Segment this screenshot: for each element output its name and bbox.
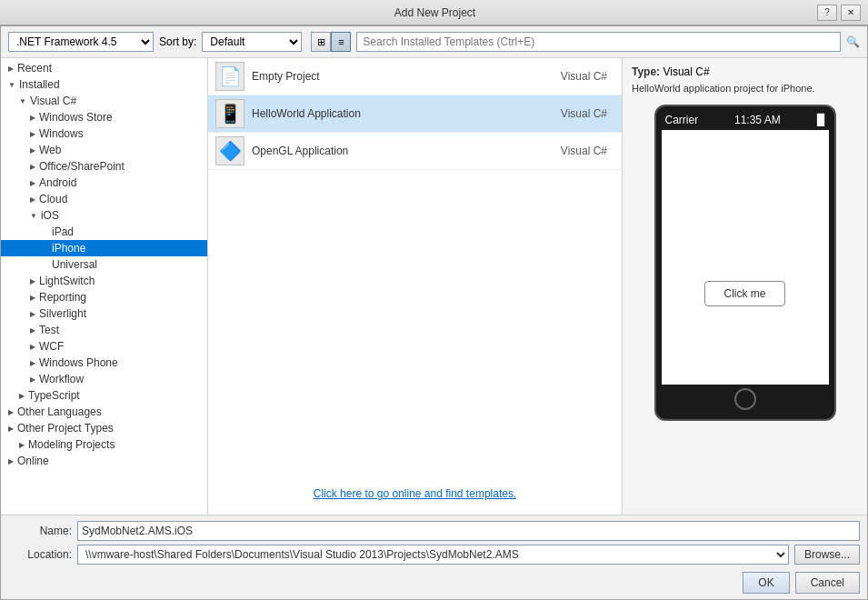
sidebar-label: LightSwitch (39, 275, 95, 287)
sidebar-item-windows-store[interactable]: ▶Windows Store (1, 109, 207, 125)
project-type: Visual C# (534, 70, 607, 83)
sidebar-item-installed[interactable]: ▼Installed (1, 76, 207, 93)
sidebar-item-reporting[interactable]: ▶Reporting (1, 289, 207, 305)
project-type: Visual C# (534, 107, 607, 120)
grid-view-button[interactable]: ⊞ (311, 32, 331, 52)
sidebar-item-lightswitch[interactable]: ▶LightSwitch (1, 273, 207, 289)
expand-icon: ▶ (19, 392, 25, 400)
location-row: Location: \\vmware-host\Shared Folders\D… (8, 545, 860, 565)
phone-click-me-button: Click me (704, 281, 784, 306)
view-toggle: ⊞ ≡ (311, 32, 351, 52)
expand-icon: ▶ (30, 375, 35, 384)
project-list: 📄Empty ProjectVisual C#📱HelloWorld Appli… (208, 58, 622, 473)
close-button[interactable]: ✕ (841, 5, 861, 21)
sidebar-item-windows[interactable]: ▶Windows (1, 125, 207, 142)
help-button[interactable]: ? (817, 5, 837, 21)
sidebar-item-workflow[interactable]: ▶Workflow (1, 371, 207, 387)
expand-icon: ▶ (8, 408, 14, 416)
type-row: Type: Visual C# (632, 65, 858, 78)
sidebar-item-web[interactable]: ▶Web (1, 142, 207, 158)
sidebar-item-wcf[interactable]: ▶WCF (1, 338, 207, 355)
toolbar: .NET Framework 4.5 Sort by: Default ⊞ ≡ … (1, 26, 867, 58)
sidebar-item-windows-phone[interactable]: ▶Windows Phone (1, 355, 207, 371)
project-list-panel: 📄Empty ProjectVisual C#📱HelloWorld Appli… (208, 58, 622, 515)
framework-select[interactable]: .NET Framework 4.5 (8, 32, 154, 52)
expand-icon: ▶ (8, 457, 14, 465)
sidebar-item-other-languages[interactable]: ▶Other Languages (1, 404, 207, 420)
sidebar-item-ios[interactable]: ▼iOS (1, 207, 207, 224)
project-item[interactable]: 📄Empty ProjectVisual C# (208, 58, 622, 95)
project-type: Visual C# (534, 145, 607, 157)
location-label: Location: (8, 548, 72, 561)
sidebar-item-iphone[interactable]: iPhone (1, 240, 207, 256)
expand-icon: ▶ (30, 343, 35, 351)
phone-preview: Carrier 11:35 AM ▉ Click me (654, 105, 836, 421)
action-row: OK Cancel (8, 572, 860, 594)
sidebar-item-ipad[interactable]: iPad (1, 224, 207, 240)
project-icon: 📄 (215, 62, 244, 91)
sidebar-item-silverlight[interactable]: ▶Silverlight (1, 305, 207, 322)
sort-label: Sort by: (159, 35, 196, 48)
expand-icon: ▶ (19, 441, 25, 449)
sidebar-item-typescript[interactable]: ▶TypeScript (1, 387, 207, 404)
type-value: Visual C# (663, 65, 709, 78)
expand-icon: ▶ (30, 277, 35, 285)
sidebar-label: Other Languages (17, 405, 102, 418)
phone-status-bar: Carrier 11:35 AM ▉ (660, 112, 831, 128)
phone-time: 11:35 AM (734, 114, 781, 126)
sidebar-item-office-sharepoint[interactable]: ▶Office/SharePoint (1, 158, 207, 175)
project-icon: 📱 (215, 99, 244, 128)
name-row: Name: (8, 521, 860, 541)
sidebar-label: Test (39, 324, 59, 336)
expand-icon: ▶ (30, 179, 35, 187)
sidebar-item-android[interactable]: ▶Android (1, 175, 207, 191)
sidebar-label: Android (39, 176, 76, 189)
list-view-button[interactable]: ≡ (331, 32, 351, 52)
name-input[interactable] (77, 521, 860, 541)
ok-button[interactable]: OK (743, 572, 789, 594)
project-name: Empty Project (252, 70, 527, 83)
sidebar-item-cloud[interactable]: ▶Cloud (1, 191, 207, 207)
click-here-link[interactable]: Click here to go online and find templat… (208, 473, 622, 515)
bottom-bar: Name: Location: \\vmware-host\Shared Fol… (1, 515, 867, 599)
location-select[interactable]: \\vmware-host\Shared Folders\Documents\V… (77, 545, 789, 565)
sidebar-item-other-project-types[interactable]: ▶Other Project Types (1, 420, 207, 436)
sidebar-item-universal[interactable]: Universal (1, 256, 207, 273)
sidebar-label: Cloud (39, 193, 67, 205)
sort-select[interactable]: Default (202, 32, 302, 52)
sidebar-label: Windows Phone (39, 356, 118, 369)
search-icon: 🔍 (846, 35, 860, 48)
dialog-title: Add New Project (53, 6, 817, 19)
sidebar-item-test[interactable]: ▶Test (1, 322, 207, 338)
name-label: Name: (8, 525, 72, 537)
expand-icon: ▶ (30, 310, 35, 318)
project-name: OpenGL Application (252, 145, 527, 157)
sidebar-label: iPhone (52, 242, 85, 255)
sidebar-label: Other Project Types (17, 422, 114, 435)
project-icon: 🔷 (215, 136, 244, 165)
phone-home-button (734, 388, 756, 410)
sidebar-label: Online (17, 455, 49, 467)
sidebar-label: iPad (52, 225, 74, 238)
project-item[interactable]: 🔷OpenGL ApplicationVisual C# (208, 133, 622, 170)
sidebar-item-modeling-projects[interactable]: ▶Modeling Projects (1, 436, 207, 453)
project-item[interactable]: 📱HelloWorld ApplicationVisual C# (208, 95, 622, 133)
expand-icon: ▶ (30, 294, 35, 302)
search-input[interactable] (356, 32, 841, 52)
title-bar-controls: ? ✕ (817, 5, 861, 21)
sidebar-item-recent[interactable]: ▶Recent (1, 60, 207, 76)
title-bar: Add New Project ? ✕ (0, 0, 868, 25)
sidebar-label: Modeling Projects (28, 438, 115, 451)
sidebar-label: Windows (39, 127, 84, 140)
sidebar-item-visual-csharp[interactable]: ▼Visual C# (1, 93, 207, 109)
sidebar-label: Universal (52, 258, 97, 271)
sidebar-label: Silverlight (39, 307, 86, 320)
browse-button[interactable]: Browse... (794, 545, 860, 565)
sidebar-item-online[interactable]: ▶Online (1, 453, 207, 469)
expand-icon: ▶ (30, 195, 35, 204)
cancel-button[interactable]: Cancel (795, 572, 860, 594)
expand-icon: ▶ (30, 163, 35, 171)
expand-icon: ▼ (19, 97, 26, 105)
sidebar-label: Visual C# (30, 95, 76, 107)
expand-icon: ▶ (30, 146, 35, 155)
